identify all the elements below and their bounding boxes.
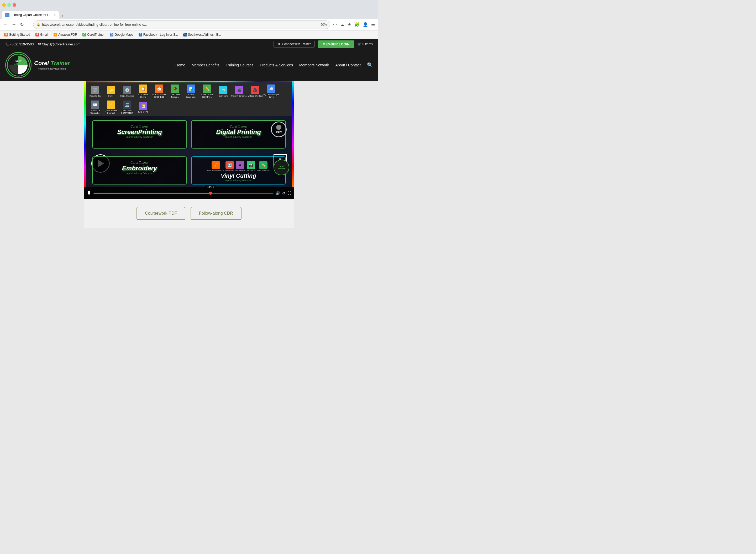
desktop-icon-surfshark: 🦈 Surfshark — [215, 84, 231, 99]
progress-bar[interactable]: 34:31 — [94, 192, 274, 194]
bookmark-southwest[interactable]: SW Southwest Airlines | B... — [181, 32, 223, 37]
connect-trainer-button[interactable]: ⚙ Connect with Trainer — [274, 41, 315, 48]
maximize-button[interactable] — [7, 3, 11, 7]
video-right-color-bar — [292, 81, 294, 188]
pocket-button[interactable]: ☁ — [339, 21, 345, 28]
fullscreen-icon[interactable]: ⛶ — [288, 191, 291, 195]
video-controls[interactable]: ⏸ 34:31 🔊 ⚙ ⛶ — [84, 187, 294, 199]
forward-button[interactable]: → — [10, 21, 17, 29]
nav-members-network[interactable]: Members Network — [299, 63, 329, 67]
corel-watermark: CorelTrainer — [274, 160, 289, 175]
desktop-icon-movavi: 🎬 Movavi Screen... — [231, 84, 247, 99]
google-maps-favicon: G — [110, 33, 113, 37]
extensions-button[interactable]: 🧩 — [353, 21, 361, 28]
time-tooltip: 34:31 — [205, 185, 216, 189]
video-brands-section: REC Corel Trainer ScreenPrinting Imprint… — [86, 116, 292, 188]
desktop-icon-trade: 📋 2020 Trade Shows — [135, 84, 151, 99]
facebook-favicon: f — [139, 33, 142, 37]
tab-favicon: C — [5, 13, 9, 17]
settings-icon[interactable]: ⚙ — [282, 191, 286, 195]
more-button[interactable]: ⋯ — [332, 21, 338, 28]
bookmark-gmail[interactable]: G Gmail — [33, 32, 50, 37]
desktop-icon-gdrive: ☁️ My Drive Google Drive — [263, 84, 279, 99]
bookmark-facebook[interactable]: f Facebook - Log In or S... — [137, 32, 180, 37]
video-player: 🗑️ Recycle Bin 📁 Daniel 💿 CD21 Crashes 📋… — [84, 81, 294, 199]
brand-screen-printing: Corel Trainer ScreenPrinting Imprint Ind… — [92, 120, 187, 149]
nav-training-courses[interactable]: Training Courses — [226, 63, 254, 67]
email-address: ✉ ClayB@CorelTrainer.com — [38, 42, 80, 46]
volume-icon[interactable]: 🔊 — [276, 191, 280, 195]
rec-badge: REC — [271, 121, 287, 137]
desktop-icon-recycle: 🗑️ Recycle Bin — [87, 84, 103, 99]
progress-fill — [94, 192, 211, 194]
desktop-icon-videos: 🎥 Videos Shortcut — [247, 84, 263, 99]
home-button[interactable]: ⌂ — [26, 21, 32, 29]
follow-along-cdr-button[interactable]: Follow-along CDR — [191, 207, 241, 220]
top-brands-row: Corel Trainer ScreenPrinting Imprint Ind… — [86, 116, 292, 153]
window-controls — [2, 3, 16, 7]
desktop-icon-daniel: 📁 Daniel — [103, 84, 119, 99]
phone-number: 📞 (602) 319-3503 — [5, 42, 34, 46]
amazon-favicon: a — [54, 33, 57, 37]
bookmark-star-button[interactable]: ★ — [346, 21, 352, 28]
connect-icon: ⚙ — [277, 42, 280, 46]
logo-circle: Corel Trainer — [5, 52, 32, 78]
tab-bar: C Finding Clipart Online for F... × + — [0, 10, 378, 19]
desktop-icon-corel: 🎓 The Corel Trainer... — [167, 84, 183, 99]
video-section: 🗑️ Recycle Bin 📁 Daniel 💿 CD21 Crashes 📋… — [0, 81, 378, 199]
brand-vinyl-cutting: 🔗 CorelDRAW CONNECT 🖼️ PHOTO-PAL A Font … — [191, 156, 286, 185]
menu-button[interactable]: ☰ — [370, 21, 376, 28]
nav-products-services[interactable]: Products & Services — [260, 63, 293, 67]
url-input[interactable] — [42, 22, 319, 26]
tab-close-button[interactable]: × — [54, 13, 56, 17]
nav-member-benefits[interactable]: Member Benefits — [192, 63, 219, 67]
search-icon[interactable]: 🔍 — [367, 62, 373, 68]
new-tab-button[interactable]: + — [61, 13, 64, 19]
desktop-icon-contact: ✉️ Contact Us Microsoft... — [87, 100, 103, 115]
reload-button[interactable]: ↻ — [19, 21, 25, 29]
bookmark-google-maps[interactable]: G Google Maps — [108, 32, 135, 37]
address-bar[interactable]: 🔒 90% — [33, 20, 330, 29]
zoom-level: 90% — [321, 23, 327, 26]
svg-text:Trainer: Trainer — [14, 62, 23, 65]
close-window-button[interactable] — [13, 3, 16, 7]
desktop-icon-events: 📅 EVENTS AND BUSINESS — [151, 84, 167, 99]
desktop-icon-cd21: 💿 CD21 Crashes — [119, 84, 135, 99]
cart-area[interactable]: 🛒 0 Items — [358, 42, 373, 46]
bookmark-coreltrainer[interactable]: C CorelTrainer — [80, 32, 107, 37]
bookmarks-bar: G Getting Started G Gmail a Amazon.FDR C… — [0, 31, 378, 39]
back-button[interactable]: ← — [2, 21, 9, 29]
desktop-icon-client: 📊 Client Organizer... — [183, 84, 199, 99]
pause-button[interactable]: ⏸ — [87, 190, 91, 196]
cart-icon: 🛒 — [358, 42, 362, 46]
progress-thumb[interactable] — [209, 191, 212, 195]
sync-button[interactable]: 👤 — [362, 21, 369, 28]
tab-title: Finding Clipart Online for F... — [11, 13, 51, 17]
topbar-actions: ⚙ Connect with Trainer MEMBER LOGIN 🛒 0 … — [274, 41, 373, 48]
logo-area: Corel Trainer Corel Trainer Imprint Indu… — [5, 52, 70, 78]
coursework-pdf-button[interactable]: Coursework PDF — [137, 207, 185, 220]
video-left-color-bar — [84, 81, 86, 188]
website-topbar: 📞 (602) 319-3503 ✉ ClayB@CorelTrainer.co… — [0, 39, 378, 49]
brand-digital-printing: Corel Trainer Digital Printing Imprint I… — [191, 120, 286, 149]
toolbar-icons: ⋯ ☁ ★ 🧩 👤 ☰ — [332, 21, 376, 28]
bookmark-amazon[interactable]: a Amazon.FDR — [51, 32, 79, 37]
browser-toolbar: ← → ↻ ⌂ 🔒 90% ⋯ ☁ ★ 🧩 👤 ☰ — [0, 19, 378, 31]
topbar-contact-info: 📞 (602) 319-3503 ✉ ClayB@CorelTrainer.co… — [5, 42, 80, 46]
main-navigation: Home Member Benefits Training Courses Pr… — [176, 62, 373, 68]
nav-about-contact[interactable]: About / Contact — [335, 63, 361, 67]
logo-text: Corel Trainer Imprint Industry Education — [34, 60, 70, 70]
bottom-brands-row: Corel Trainer Embroidery Imprint Industr… — [86, 153, 292, 189]
minimize-button[interactable] — [2, 3, 6, 7]
southwest-favicon: SW — [183, 33, 187, 37]
getting-started-favicon: G — [4, 33, 8, 37]
bookmark-getting-started[interactable]: G Getting Started — [2, 32, 32, 37]
member-login-button[interactable]: MEMBER LOGIN — [318, 41, 355, 48]
browser-title-bar — [0, 0, 378, 10]
cart-count: 0 Items — [363, 42, 373, 46]
nav-home[interactable]: Home — [176, 63, 185, 67]
logo-tagline: Imprint Industry Education — [34, 67, 70, 70]
svg-text:Corel: Corel — [15, 60, 21, 62]
desktop-icon-computer: 💻 THIS IS MY COMPUTER — [119, 100, 135, 115]
active-tab[interactable]: C Finding Clipart Online for F... × — [2, 11, 59, 19]
